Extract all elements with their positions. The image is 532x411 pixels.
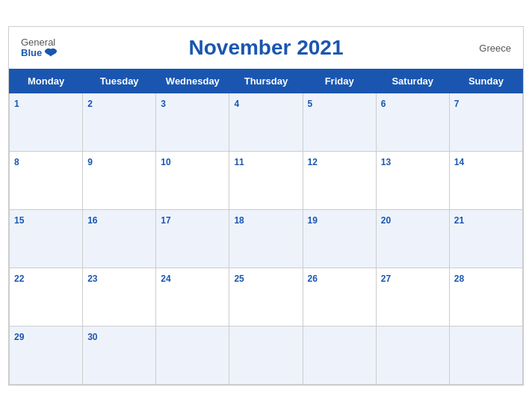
logo-bird-icon — [44, 48, 58, 58]
weekday-header-row: Monday Tuesday Wednesday Thursday Friday… — [10, 69, 523, 93]
col-sunday: Sunday — [449, 69, 522, 93]
day-cell: 16 — [83, 209, 156, 268]
day-number: 2 — [87, 99, 93, 109]
day-number: 19 — [308, 215, 318, 226]
col-thursday: Thursday — [229, 69, 303, 93]
day-number: 4 — [234, 99, 239, 109]
day-number: 5 — [308, 99, 313, 109]
day-number: 7 — [454, 99, 460, 109]
day-number: 20 — [381, 215, 391, 226]
day-cell: 5 — [303, 93, 376, 151]
day-number: 6 — [381, 99, 386, 109]
day-cell: 17 — [156, 209, 229, 268]
day-cell: 12 — [303, 151, 376, 209]
day-number: 26 — [308, 274, 318, 284]
day-cell: 4 — [229, 93, 303, 151]
day-number: 17 — [161, 215, 170, 226]
day-number: 21 — [454, 215, 464, 226]
day-cell: 2 — [83, 93, 156, 151]
day-cell — [156, 326, 229, 384]
col-friday: Friday — [303, 69, 376, 93]
calendar-table: Monday Tuesday Wednesday Thursday Friday… — [9, 69, 523, 385]
day-number: 14 — [454, 157, 464, 167]
day-number: 3 — [161, 99, 166, 109]
day-number: 27 — [381, 274, 391, 284]
day-cell: 7 — [449, 93, 522, 151]
day-cell: 29 — [10, 326, 83, 384]
day-number: 28 — [454, 274, 464, 284]
day-cell: 25 — [229, 268, 303, 326]
day-cell: 3 — [156, 93, 229, 151]
day-cell — [303, 326, 376, 384]
calendar-body: 1234567891011121314151617181920212223242… — [10, 93, 523, 384]
calendar-wrapper: General Blue November 2021 Greece Monday… — [8, 26, 524, 386]
logo-general: General — [21, 37, 55, 47]
day-cell: 6 — [376, 93, 449, 151]
calendar-header: General Blue November 2021 Greece — [9, 27, 523, 69]
col-tuesday: Tuesday — [83, 69, 156, 93]
day-number: 1 — [14, 99, 19, 109]
day-cell: 19 — [303, 209, 376, 268]
week-row-4: 22232425262728 — [10, 268, 523, 326]
day-cell: 30 — [83, 326, 156, 384]
day-number: 30 — [87, 332, 97, 342]
day-cell: 14 — [449, 151, 522, 209]
day-number: 22 — [14, 274, 24, 284]
day-cell: 11 — [229, 151, 303, 209]
day-number: 10 — [161, 157, 170, 167]
logo-blue: Blue — [21, 48, 42, 58]
day-cell: 24 — [156, 268, 229, 326]
day-number: 24 — [161, 274, 170, 284]
day-cell — [229, 326, 303, 384]
day-cell: 9 — [83, 151, 156, 209]
logo-area: General Blue — [21, 37, 58, 58]
day-cell: 26 — [303, 268, 376, 326]
day-number: 23 — [87, 274, 97, 284]
day-cell: 28 — [449, 268, 522, 326]
week-row-5: 2930 — [10, 326, 523, 384]
day-number: 16 — [87, 215, 97, 226]
day-number: 18 — [234, 215, 244, 226]
day-number: 8 — [14, 157, 19, 167]
day-number: 13 — [381, 157, 391, 167]
day-cell: 10 — [156, 151, 229, 209]
calendar-title: November 2021 — [188, 36, 343, 60]
day-number: 29 — [14, 332, 24, 342]
day-cell — [449, 326, 522, 384]
week-row-2: 891011121314 — [10, 151, 523, 209]
day-cell: 8 — [10, 151, 83, 209]
day-number: 25 — [234, 274, 244, 284]
col-saturday: Saturday — [376, 69, 449, 93]
col-monday: Monday — [10, 69, 83, 93]
day-cell: 22 — [10, 268, 83, 326]
day-cell: 21 — [449, 209, 522, 268]
day-cell: 18 — [229, 209, 303, 268]
day-cell: 15 — [10, 209, 83, 268]
day-cell: 13 — [376, 151, 449, 209]
day-number: 11 — [234, 157, 244, 167]
week-row-3: 15161718192021 — [10, 209, 523, 268]
day-cell: 20 — [376, 209, 449, 268]
day-cell: 23 — [83, 268, 156, 326]
day-number: 9 — [87, 157, 93, 167]
week-row-1: 1234567 — [10, 93, 523, 151]
day-number: 15 — [14, 215, 24, 226]
day-cell: 27 — [376, 268, 449, 326]
day-cell — [376, 326, 449, 384]
day-number: 12 — [308, 157, 318, 167]
country-label: Greece — [479, 42, 511, 53]
day-cell: 1 — [10, 93, 83, 151]
col-wednesday: Wednesday — [156, 69, 229, 93]
